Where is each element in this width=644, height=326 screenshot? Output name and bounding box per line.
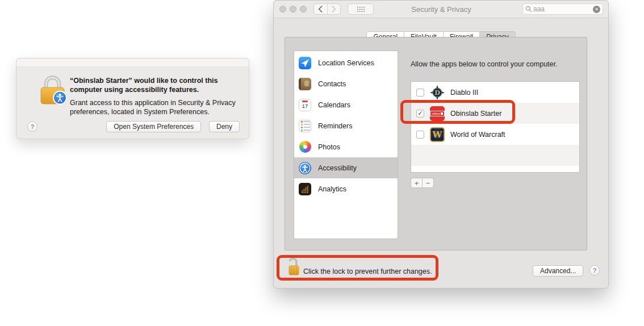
forward-button[interactable] [327, 4, 341, 14]
analytics-icon [299, 183, 311, 195]
contacts-icon [299, 78, 311, 90]
chevron-left-icon [318, 6, 323, 12]
zoom-button[interactable] [300, 6, 307, 12]
dialog-message: “Obinslab Starter” would like to control… [70, 76, 241, 116]
window-titlebar[interactable]: Security & Privacy ✕ [274, 1, 608, 18]
app-label: World of Warcraft [450, 131, 505, 139]
app-label: Obinslab Starter [450, 110, 501, 118]
sidebar-item-calendars[interactable]: 17Calendars [294, 94, 398, 115]
dialog-titlebar [16, 58, 249, 67]
accessibility-icon [299, 162, 311, 174]
search-field: ✕ [522, 3, 603, 15]
calendars-icon: 17 [299, 99, 311, 111]
sidebar-item-label: Contacts [318, 80, 346, 88]
dialog-buttons: Open System Preferences Deny [106, 121, 240, 132]
app-row-world-of-warcraft[interactable]: WWorld of Warcraft [411, 124, 579, 145]
grid-icon [357, 6, 365, 12]
app-checkbox-obinslab-starter[interactable]: ✓ [416, 110, 424, 118]
lock-message: Click the lock to prevent further change… [303, 268, 432, 275]
advanced-button[interactable]: Advanced... [533, 265, 583, 277]
sidebar-list: Location ServicesContacts17CalendarsRemi… [294, 51, 398, 239]
deny-button[interactable]: Deny [209, 121, 240, 132]
app-checkbox-world-of-warcraft[interactable] [416, 131, 424, 139]
app-row-empty [411, 145, 579, 166]
sidebar-item-photos[interactable]: Photos [294, 136, 398, 157]
dialog-help-button[interactable]: ? [27, 122, 37, 132]
photos-icon [299, 141, 311, 153]
security-privacy-window: Security & Privacy ✕ GeneralFileVaultFir… [273, 0, 609, 289]
wow-app-icon: W [430, 127, 445, 142]
app-row-empty [411, 166, 579, 173]
obinslab-app-icon: obins [430, 106, 445, 121]
page: “Obinslab Starter” would like to control… [0, 0, 644, 326]
open-system-preferences-button[interactable]: Open System Preferences [106, 121, 201, 132]
diablo-app-icon: D [430, 85, 445, 100]
app-list: DDiablo III✓obinsObinslab StarterWWorld … [411, 81, 580, 173]
sidebar-item-reminders[interactable]: Reminders [294, 115, 398, 136]
dialog-message-body: Grant access to this application in Secu… [70, 98, 241, 116]
sidebar-item-analytics[interactable]: Analytics [294, 178, 398, 199]
chevron-right-icon [332, 6, 336, 12]
app-row-obinslab-starter[interactable]: ✓obinsObinslab Starter [411, 103, 579, 124]
privacy-tab-content: Location ServicesContacts17CalendarsRemi… [285, 37, 587, 250]
unlocked-padlock-icon[interactable] [287, 257, 300, 278]
history-navigation [313, 3, 341, 15]
add-app-button[interactable]: + [411, 178, 423, 188]
back-button[interactable] [314, 4, 327, 14]
close-button[interactable] [279, 6, 286, 12]
reminders-icon [299, 120, 311, 132]
search-clear-button[interactable]: ✕ [593, 6, 600, 13]
remove-app-button[interactable]: − [422, 178, 434, 188]
pane-header: Allow the apps below to control your com… [411, 60, 557, 68]
sidebar-item-location-services[interactable]: Location Services [294, 52, 398, 73]
window-title: Security & Privacy [370, 5, 512, 14]
window-controls [279, 6, 307, 12]
sidebar-item-contacts[interactable]: Contacts [294, 73, 398, 94]
sidebar-item-label: Reminders [318, 122, 352, 130]
window-help-button[interactable]: ? [589, 265, 600, 275]
svg-text:D: D [434, 89, 440, 97]
sidebar-item-label: Analytics [318, 185, 346, 193]
minimize-button[interactable] [290, 6, 296, 12]
sidebar-item-label: Photos [318, 143, 340, 151]
search-input[interactable] [532, 5, 593, 13]
app-row-diablo-iii[interactable]: DDiablo III [411, 82, 579, 103]
lock-accessibility-icon [35, 71, 70, 108]
sidebar-item-label: Accessibility [318, 164, 357, 172]
sidebar-item-label: Location Services [318, 59, 374, 67]
accessibility-permission-dialog: “Obinslab Starter” would like to control… [16, 58, 249, 139]
location-services-icon [299, 57, 311, 69]
app-checkbox-diablo-iii[interactable] [416, 89, 424, 97]
dialog-message-title: “Obinslab Starter” would like to control… [70, 76, 241, 94]
app-label: Diablo III [450, 89, 478, 97]
sidebar-item-accessibility[interactable]: Accessibility [294, 157, 398, 178]
search-icon [525, 6, 532, 12]
sidebar-item-label: Calendars [318, 101, 350, 109]
list-edit-buttons: + − [411, 178, 434, 188]
